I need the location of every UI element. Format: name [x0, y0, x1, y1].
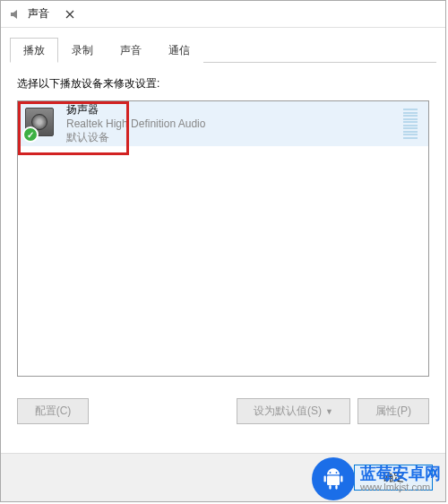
tab-communications[interactable]: 通信	[155, 38, 203, 63]
close-button[interactable]	[49, 1, 90, 27]
titlebar: 声音	[1, 1, 445, 28]
android-icon	[312, 457, 355, 500]
instruction-text: 选择以下播放设备来修改设置:	[17, 76, 429, 91]
watermark-url: www.lmkjst.com	[360, 482, 441, 492]
volume-level-icon	[403, 109, 418, 139]
device-buttons: 配置(C) 设为默认值(S)▼ 属性(P)	[1, 386, 445, 424]
tabs: 播放 录制 声音 通信	[10, 37, 436, 63]
svg-point-0	[330, 472, 332, 474]
svg-rect-6	[335, 485, 337, 490]
tabs-area: 播放 录制 声音 通信	[1, 28, 445, 63]
content-panel: 选择以下播放设备来修改设置: ✓ 扬声器 Realtek High Defini…	[1, 63, 445, 386]
configure-button[interactable]: 配置(C)	[17, 398, 89, 424]
device-name: 扬声器	[66, 102, 403, 117]
device-status: 默认设备	[66, 130, 403, 145]
watermark: 蓝莓安卓网 www.lmkjst.com	[312, 457, 441, 500]
sound-dialog: 声音 播放 录制 声音 通信 选择以下播放设备来修改设置: ✓	[0, 0, 446, 502]
svg-rect-2	[327, 476, 340, 486]
device-list[interactable]: ✓ 扬声器 Realtek High Definition Audio 默认设备	[17, 100, 429, 377]
default-check-icon: ✓	[22, 126, 39, 143]
tab-playback[interactable]: 播放	[10, 38, 58, 63]
tab-recording[interactable]: 录制	[58, 38, 107, 63]
svg-rect-4	[340, 476, 342, 482]
set-default-label: 设为默认值(S)	[254, 404, 322, 417]
device-item[interactable]: ✓ 扬声器 Realtek High Definition Audio 默认设备	[18, 101, 428, 146]
svg-rect-5	[329, 485, 331, 490]
device-text: 扬声器 Realtek High Definition Audio 默认设备	[66, 102, 403, 145]
dialog-title: 声音	[28, 6, 49, 22]
properties-button[interactable]: 属性(P)	[358, 398, 429, 424]
chevron-down-icon: ▼	[325, 407, 333, 416]
set-default-button[interactable]: 设为默认值(S)▼	[237, 398, 350, 424]
svg-rect-3	[324, 476, 326, 482]
watermark-title: 蓝莓安卓网	[360, 465, 441, 482]
device-driver: Realtek High Definition Audio	[66, 117, 403, 130]
tab-sounds[interactable]: 声音	[107, 38, 155, 63]
device-icon-wrap: ✓	[25, 108, 57, 140]
svg-point-1	[336, 472, 338, 474]
sound-icon	[8, 7, 22, 22]
